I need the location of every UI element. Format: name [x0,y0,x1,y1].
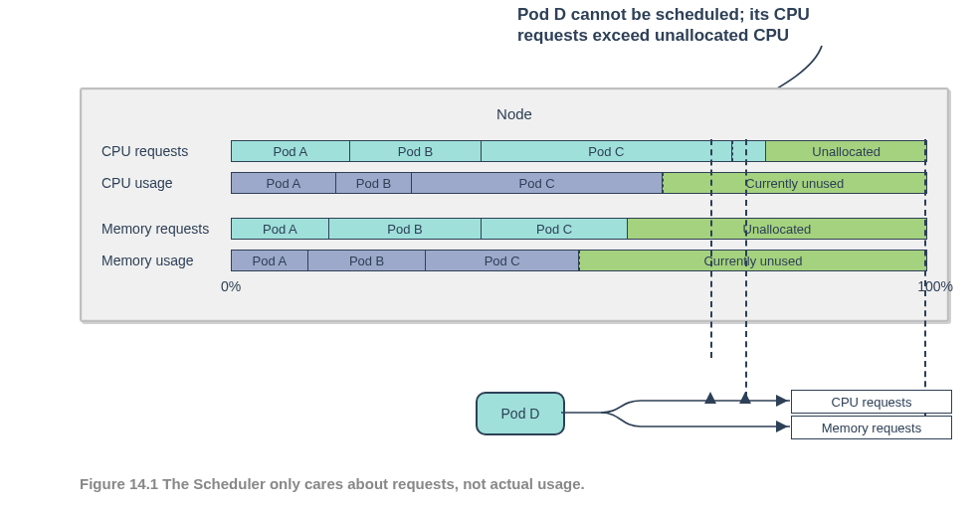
seg-slack [732,141,767,161]
seg-pod-c: Pod C [426,251,579,270]
seg-pod-a: Pod A [232,219,329,239]
row-label: Memory usage [101,253,231,268]
node-container: Node CPU requests Pod A Pod B Pod C Unal… [80,87,949,322]
arrow-cpu-slack [737,392,753,408]
caption-lead: Figure 14.1 [80,475,158,492]
seg-unused: Currently unused [579,251,926,270]
mem-request-box: Memory requests [791,416,952,439]
seg-unallocated: Unallocated [628,219,926,239]
guide-cpu-alloc-end [710,139,712,358]
seg-pod-a: Pod A [232,141,350,161]
svg-marker-3 [776,395,788,407]
arrow-to-mem-box [776,421,792,432]
row-label: CPU usage [101,175,231,191]
seg-pod-a: Pod A [232,173,336,193]
row-label: CPU requests [101,143,231,159]
seg-unused: Currently unused [663,173,926,193]
svg-marker-2 [739,392,751,404]
row-cpu-usage: CPU usage Pod A Pod B Pod C Currently un… [101,169,927,197]
guide-cpu-slack-end [745,139,747,398]
bar-cpu-usage: Pod A Pod B Pod C Currently unused [231,172,927,194]
node-title: Node [82,105,947,122]
caption-rest: The Scheduler only cares about requests,… [158,475,584,492]
seg-pod-b: Pod B [329,219,483,239]
scale-min: 0% [221,278,241,294]
annotation-text: Pod D cannot be scheduled; its CPU reque… [517,4,846,47]
seg-pod-c: Pod C [412,173,662,193]
pod-d-connector [561,391,790,438]
arrow-cpu-alloc [702,392,718,408]
row-cpu-requests: CPU requests Pod A Pod B Pod C Unallocat… [101,137,927,165]
bar-cpu-requests: Pod A Pod B Pod C Unallocated [231,140,927,162]
bar-mem-requests: Pod A Pod B Pod C Unallocated [231,218,927,240]
seg-pod-b: Pod B [350,141,483,161]
cpu-request-box: CPU requests [791,390,952,414]
pod-d-box: Pod D [476,392,565,435]
bar-mem-usage: Pod A Pod B Pod C Currently unused [231,250,927,271]
seg-pod-b: Pod B [308,251,427,270]
row-label: Memory requests [101,221,231,237]
row-mem-usage: Memory usage Pod A Pod B Pod C Currently… [101,247,927,274]
seg-pod-b: Pod B [336,173,413,193]
diagram-canvas: Pod D cannot be scheduled; its CPU reque… [0,0,980,511]
row-mem-requests: Memory requests Pod A Pod B Pod C Unallo… [101,215,927,243]
svg-marker-1 [704,392,716,404]
seg-unallocated: Unallocated [766,141,926,161]
seg-pod-a: Pod A [232,251,308,270]
seg-pod-c: Pod C [482,219,628,239]
arrow-to-cpu-box [776,395,792,407]
figure-caption: Figure 14.1 The Scheduler only cares abo… [80,475,585,492]
seg-pod-c: Pod C [482,141,731,161]
svg-marker-4 [776,421,788,432]
scale-max: 100% [917,278,953,294]
